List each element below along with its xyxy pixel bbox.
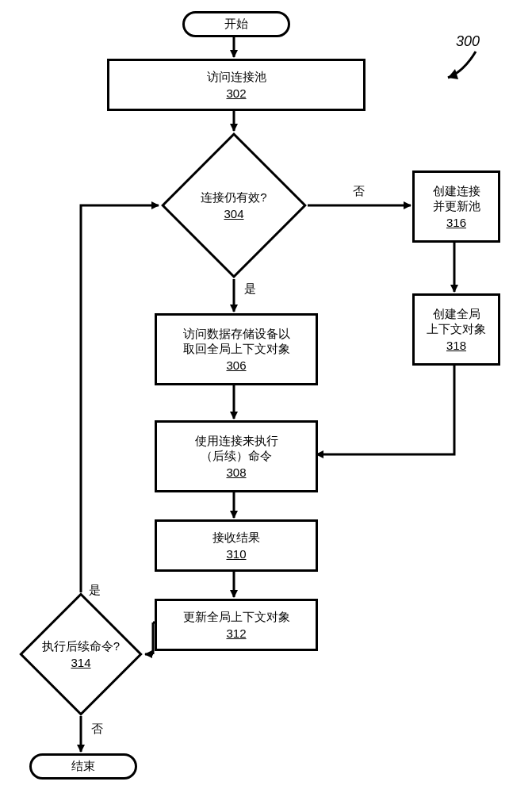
process-308-ref: 308 <box>226 465 246 479</box>
terminator-end-label: 结束 <box>71 759 95 772</box>
process-312: 更新全局上下文对象 312 <box>155 599 318 651</box>
decision-304-ref: 304 <box>162 207 306 220</box>
label-314-no: 否 <box>91 722 103 737</box>
process-306-ref: 306 <box>226 358 246 372</box>
process-306-text1: 访问数据存储设备以 <box>183 327 290 342</box>
process-316-text2: 并更新池 <box>433 199 480 214</box>
process-310-text: 接收结果 <box>212 531 260 546</box>
process-312-text: 更新全局上下文对象 <box>183 610 290 625</box>
process-306-text2: 取回全局上下文对象 <box>183 342 290 357</box>
label-314-yes: 是 <box>89 583 101 598</box>
figure-reference: 300 <box>456 33 480 50</box>
process-302-ref: 302 <box>226 86 246 100</box>
decision-314: 执行后续命令? 314 <box>37 611 124 698</box>
process-318-text1: 创建全局 <box>433 307 480 322</box>
process-318-text2: 上下文对象 <box>427 322 486 337</box>
process-316-ref: 316 <box>446 216 466 229</box>
label-304-no: 否 <box>353 184 365 199</box>
decision-304-text: 连接仍有效? <box>162 190 306 205</box>
decision-314-ref: 314 <box>20 656 142 669</box>
process-308: 使用连接来执行 （后续）命令 308 <box>155 420 318 492</box>
process-318-ref: 318 <box>446 339 466 352</box>
process-308-text1: 使用连接来执行 <box>195 434 278 449</box>
process-316-text1: 创建连接 <box>433 184 480 199</box>
process-318: 创建全局 上下文对象 318 <box>412 293 500 366</box>
decision-304: 连接仍有效? 304 <box>182 154 285 257</box>
process-302-text: 访问连接池 <box>207 70 266 85</box>
terminator-start-label: 开始 <box>224 17 248 30</box>
terminator-start: 开始 <box>182 11 290 37</box>
label-304-yes: 是 <box>244 282 256 297</box>
process-316: 创建连接 并更新池 316 <box>412 170 500 243</box>
process-310-ref: 310 <box>226 547 246 561</box>
terminator-end: 结束 <box>29 753 137 780</box>
process-302: 访问连接池 302 <box>107 59 366 111</box>
process-310: 接收结果 310 <box>155 519 318 572</box>
process-306: 访问数据存储设备以 取回全局上下文对象 306 <box>155 313 318 385</box>
figref-text: 300 <box>456 33 480 49</box>
process-308-text2: （后续）命令 <box>201 449 272 464</box>
svg-marker-0 <box>448 69 458 79</box>
flowchart-diagram: 300 开始 访问连接池 302 连接仍有效? 304 创建连接 并更新池 31… <box>0 0 532 793</box>
decision-314-text: 执行后续命令? <box>20 639 142 654</box>
process-312-ref: 312 <box>226 626 246 640</box>
